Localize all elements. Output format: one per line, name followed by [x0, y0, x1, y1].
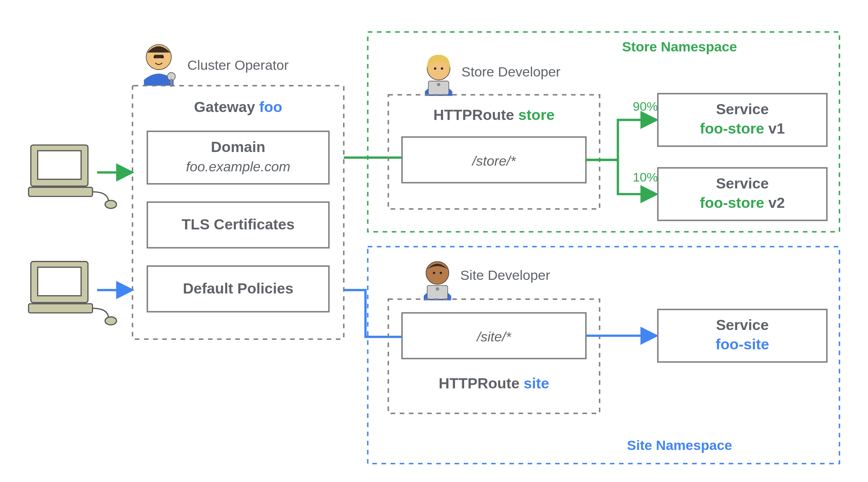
svg-point-10: [154, 56, 156, 58]
gateway-domain-label: Domain: [211, 139, 265, 155]
svg-point-23: [436, 287, 439, 291]
svg-rect-1: [38, 151, 81, 179]
svg-rect-6: [29, 304, 93, 313]
svg-point-18: [437, 83, 440, 86]
store-service-v1-name: foo-store v1: [700, 120, 785, 137]
svg-rect-5: [38, 267, 81, 296]
svg-rect-2: [29, 187, 93, 196]
store-namespace-label: Store Namespace: [622, 39, 737, 54]
store-developer-persona: [425, 55, 452, 96]
store-service-v2-label: Service: [716, 175, 769, 192]
site-service-label: Service: [716, 317, 769, 333]
arrow-store-v1: [586, 120, 656, 160]
site-namespace-label: Site Namespace: [627, 438, 732, 453]
gateway-title: Gateway foo: [194, 99, 282, 115]
svg-point-16: [441, 67, 443, 69]
svg-point-21: [439, 271, 442, 274]
store-service-v2-name: foo-store v2: [700, 194, 785, 211]
site-route-title: HTTPRoute site: [439, 375, 549, 392]
svg-point-7: [105, 317, 117, 325]
gateway-policies-label: Default Policies: [183, 280, 293, 297]
store-weight-90: 90%: [633, 99, 658, 113]
svg-point-11: [161, 56, 164, 58]
cluster-operator-persona: [144, 44, 175, 87]
gateway-tls-label: TLS Certificates: [182, 216, 294, 233]
svg-point-20: [433, 271, 435, 274]
site-route-match: /site/*: [476, 329, 511, 344]
gateway-domain-value: foo.example.com: [186, 159, 290, 174]
cluster-operator-label: Cluster Operator: [187, 58, 288, 73]
store-route-title: HTTPRoute store: [433, 107, 554, 123]
client-computer-bottom: [29, 261, 117, 325]
store-service-v1-label: Service: [716, 101, 769, 118]
store-developer-label: Store Developer: [461, 64, 560, 79]
architecture-diagram: Cluster Operator Gateway foo Domain foo.…: [0, 0, 868, 482]
site-developer-label: Site Developer: [460, 267, 550, 283]
store-weight-10: 10%: [633, 170, 658, 184]
site-service-name: foo-site: [716, 336, 769, 353]
svg-point-3: [105, 200, 117, 208]
svg-point-15: [434, 67, 436, 69]
site-developer-persona: [424, 261, 451, 300]
store-route-match: /store/*: [471, 153, 516, 168]
client-computer-top: [29, 145, 117, 208]
